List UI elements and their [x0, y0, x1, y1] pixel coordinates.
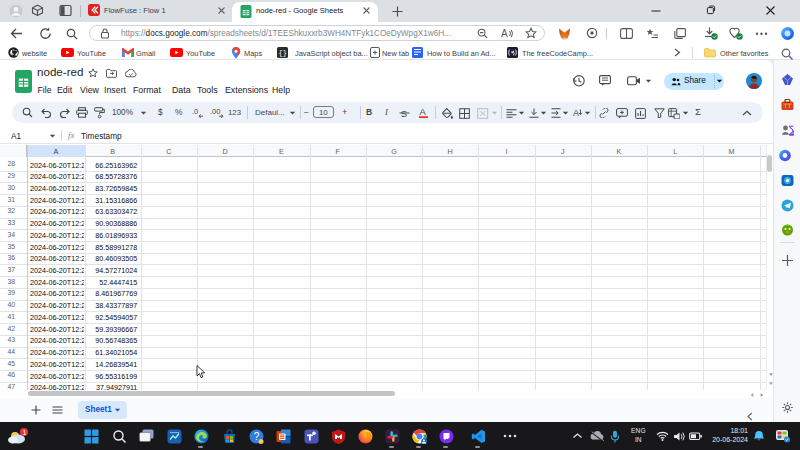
svg-text:A: A — [501, 28, 508, 39]
svg-text:1: 1 — [23, 429, 27, 436]
svg-text:A: A — [420, 107, 427, 117]
svg-text:{}: {} — [279, 49, 287, 57]
svg-text:A: A — [573, 108, 579, 118]
